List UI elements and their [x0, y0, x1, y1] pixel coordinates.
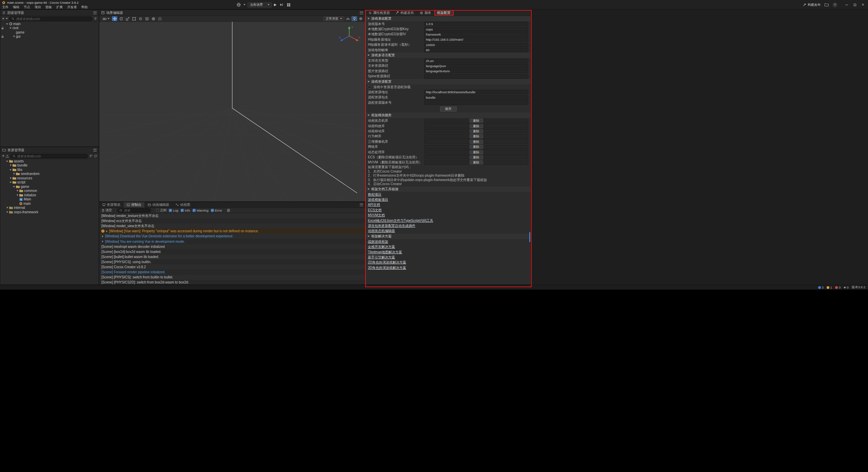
doc-link[interactable]: 新手引导解决方案 — [368, 255, 395, 260]
section-header[interactable]: 框架模块裁剪 — [366, 113, 531, 118]
step-button[interactable] — [279, 2, 284, 7]
tree-node[interactable]: initialize — [0, 193, 99, 197]
doc-link[interactable]: 教程项目 — [368, 192, 381, 197]
chevron-down-icon[interactable] — [6, 18, 8, 19]
maximize-button[interactable] — [851, 1, 858, 8]
add-node-button[interactable]: + — [2, 17, 4, 21]
property-input[interactable] — [424, 100, 528, 105]
dimension-toggle[interactable]: 3D — [101, 17, 111, 21]
property-input[interactable] — [424, 95, 528, 100]
expand-arrow-icon[interactable] — [102, 235, 103, 237]
minimize-button[interactable] — [843, 1, 850, 8]
delete-module-button[interactable]: 删除 — [470, 134, 483, 138]
tree-node[interactable]: main — [0, 22, 99, 26]
console-log-row[interactable]: ![Window] [Vue warn]: Property "onInput"… — [99, 229, 365, 234]
space-toggle-icon[interactable] — [151, 16, 156, 21]
console-search-input[interactable] — [124, 209, 149, 212]
tab-animation-editor[interactable]: 动画编辑器 — [145, 202, 173, 208]
doc-link[interactable]: 战旗游戏框架 — [368, 239, 388, 244]
property-input[interactable] — [424, 74, 528, 79]
preview-platform-icon[interactable] — [236, 2, 241, 7]
property-input[interactable] — [424, 64, 528, 68]
expand-arrow-icon[interactable] — [9, 164, 12, 167]
console-log-row[interactable]: [Scene] Cocos Creator v3.8.2 — [99, 264, 365, 270]
panel-menu-icon[interactable] — [93, 149, 97, 152]
doc-link[interactable]: 3D角色扮演游戏解决方案 — [368, 266, 406, 270]
console-log-row[interactable]: [Scene] [PHYSICS]: using builtin. — [99, 259, 365, 264]
expand-arrow-icon[interactable] — [6, 22, 9, 25]
chevron-down-icon[interactable] — [243, 4, 245, 5]
panel-menu-icon[interactable] — [360, 202, 365, 208]
console-log-row[interactable]: [Scene] Forward render pipeline initiali… — [99, 270, 365, 275]
doc-link[interactable]: Excel格式转Json文件与TypeScript代码工具 — [368, 218, 433, 223]
view-mode-dropdown[interactable]: 正常浏览 — [323, 17, 344, 21]
console-log-row[interactable]: [Scene] meshopt wasm decoder initialized — [99, 244, 365, 249]
scene-select-dropdown[interactable]: 当前场景 — [248, 2, 272, 7]
layout-button[interactable] — [286, 2, 292, 7]
property-input[interactable] — [424, 43, 528, 47]
tree-node[interactable]: main — [0, 201, 99, 206]
checkbox[interactable]: ✓ — [211, 209, 214, 212]
regex-checkbox[interactable] — [156, 209, 159, 212]
menubar-item[interactable]: 项目 — [35, 5, 45, 9]
expand-arrow-icon[interactable] — [106, 230, 107, 232]
panel-menu-icon[interactable] — [360, 12, 363, 14]
view-gizmo[interactable]: Y X Z — [338, 24, 362, 46]
console-log-row[interactable]: [Window] ecs文件夹不存在 — [99, 218, 365, 223]
tree-node[interactable]: common — [0, 189, 99, 193]
expand-arrow-icon[interactable] — [16, 189, 19, 192]
console-log-row[interactable]: [Scene] [PHYSICS]: switch from builtin t… — [99, 275, 365, 280]
tree-node[interactable]: game — [0, 184, 99, 189]
property-input[interactable] — [424, 32, 528, 37]
console-log-row[interactable]: [Scene] [bullet]:bullet wasm lib loaded. — [99, 254, 365, 259]
tab-animation-graph[interactable]: 动画图 — [173, 202, 194, 208]
console-log-row[interactable]: [Window] You are running Vue in developm… — [99, 239, 365, 244]
tree-node[interactable]: gui — [0, 35, 99, 39]
checkbox[interactable]: ✓ — [193, 209, 196, 212]
snap-settings-icon[interactable] — [157, 16, 162, 21]
tree-node[interactable]: oops-framework — [0, 210, 99, 214]
expand-arrow-icon[interactable] — [9, 168, 12, 171]
menubar-item[interactable]: 节点 — [24, 5, 35, 9]
console-log-row[interactable]: [Window] render_texture文件夹不存在 — [99, 213, 365, 218]
section-header[interactable]: 游戏资源配置 — [366, 79, 531, 84]
log-filter-log[interactable]: ✓Log — [169, 209, 178, 212]
console-log-row[interactable]: [Window] model_view文件夹不存在 — [99, 223, 365, 229]
remote-load-checkbox[interactable] — [368, 85, 371, 89]
doc-link[interactable]: MVVM文档 — [368, 213, 385, 218]
scene-light-icon[interactable] — [352, 16, 357, 21]
expand-arrow-icon[interactable] — [13, 35, 16, 38]
import-icon[interactable] — [6, 155, 9, 158]
scene-stats-icon[interactable] — [345, 16, 351, 21]
panel-menu-icon[interactable] — [93, 12, 97, 14]
warn-count-indicator[interactable]: 1 — [827, 286, 832, 289]
tree-node[interactable]: game — [0, 30, 99, 35]
tree-node[interactable]: seedrandom — [0, 172, 99, 176]
add-asset-button[interactable]: + — [2, 154, 4, 158]
doc-link[interactable]: API文档 — [368, 202, 380, 207]
tree-node[interactable]: libs — [0, 168, 99, 172]
help-icon[interactable]: ? — [833, 3, 837, 7]
expand-arrow-icon[interactable] — [6, 206, 9, 209]
doc-link[interactable]: 动画状态机编辑器 — [368, 229, 395, 233]
checkbox[interactable]: ✓ — [181, 209, 184, 212]
log-count-indicator[interactable]: 3 — [818, 286, 824, 289]
delete-module-button[interactable]: 删除 — [470, 119, 483, 123]
delete-module-button[interactable]: 删除 — [470, 160, 483, 164]
scene-viewport[interactable]: Y X Z — [99, 22, 365, 201]
clear-console-button[interactable]: 清空 — [102, 208, 112, 213]
scrollbar-thumb[interactable] — [529, 232, 530, 242]
tab-property-inspector[interactable]: 属性检查器 — [366, 10, 393, 16]
expand-arrow-icon[interactable] — [102, 240, 103, 242]
tab-service[interactable]: 服务 — [417, 10, 434, 16]
console-log-row[interactable]: [Window] Download the Vue Devtools exten… — [99, 234, 365, 239]
tree-node[interactable]: assets — [0, 159, 99, 163]
property-input[interactable] — [424, 27, 528, 32]
sort-icon[interactable] — [90, 155, 93, 157]
move-tool-icon[interactable] — [112, 16, 117, 21]
expand-arrow-icon[interactable] — [13, 172, 16, 175]
property-input[interactable] — [424, 59, 528, 63]
menubar-item[interactable]: 面板 — [45, 5, 56, 9]
notification-indicator[interactable]: ◆ 0 — [844, 286, 848, 289]
delete-module-button[interactable]: 删除 — [470, 145, 483, 149]
